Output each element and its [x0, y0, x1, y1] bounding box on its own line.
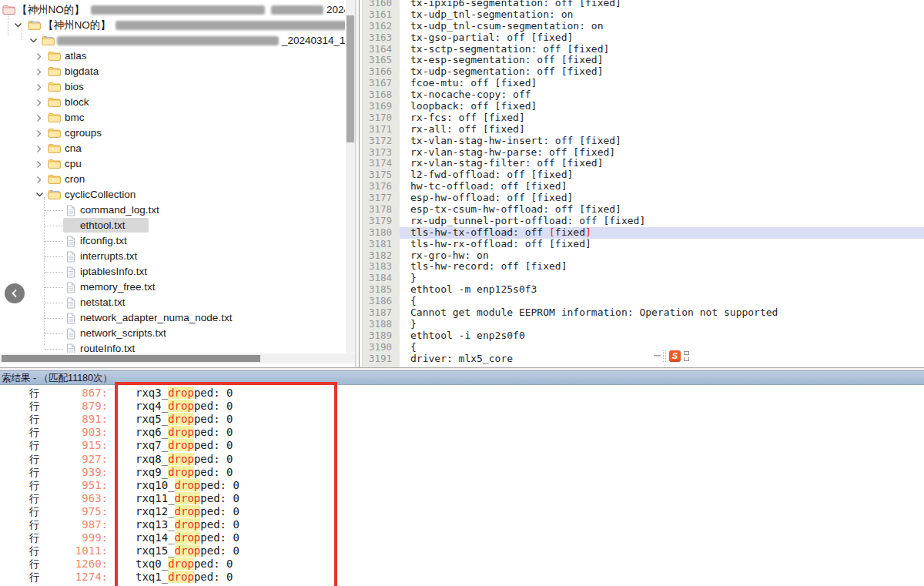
tree-item-cron[interactable]: cron: [0, 172, 345, 187]
tree-item-routeinfo.txt[interactable]: routeInfo.txt: [0, 341, 345, 353]
collapse-panel-button[interactable]: [5, 283, 25, 303]
code-line-3188: 3188}: [362, 319, 924, 330]
search-result-row[interactable]: 行999:rxq14_dropped: 0: [0, 531, 924, 544]
tree-item-bmc[interactable]: bmc: [0, 110, 345, 126]
ime-mode-icon[interactable]: [684, 357, 689, 361]
line-text: fcoe-mtu: off [fixed]: [400, 78, 924, 89]
line-text: l2-fwd-offload: off [fixed]: [400, 169, 924, 181]
folder-icon: [28, 20, 41, 30]
search-match-highlight: drop: [175, 479, 201, 491]
search-result-row[interactable]: 行867:rxq3_dropped: 0: [0, 387, 924, 400]
result-text: rxq8_dropped: 0: [136, 453, 233, 466]
tree-vertical-scrollbar-thumb[interactable]: [346, 15, 354, 142]
tree-item-block[interactable]: block: [0, 95, 345, 110]
tree-item-cgroups[interactable]: cgroups: [0, 126, 345, 141]
search-result-row[interactable]: 行939:rxq9_dropped: 0: [0, 466, 924, 479]
ime-grip-handle[interactable]: [663, 350, 666, 362]
result-line-number: 975:: [43, 505, 108, 518]
result-text: txq1_dropped: 0: [136, 571, 233, 584]
tree-item-bigdata[interactable]: bigdata: [0, 64, 345, 79]
tree-item-no[interactable]: 【神州NO的】20240: [0, 2, 345, 18]
tree-item-cycliccollection[interactable]: cyclicCollection: [0, 187, 345, 203]
file-tree-panel: 【神州NO的】20240【神州NO的】_20240314_115atlasbig…: [0, 0, 355, 367]
tree-item-atlas[interactable]: atlas: [0, 49, 345, 64]
result-text: rxq5_dropped: 0: [136, 413, 233, 426]
tree-item-no[interactable]: 【神州NO的】: [0, 18, 345, 33]
result-row-label: 行: [29, 505, 40, 518]
search-result-row[interactable]: 行891:rxq5_dropped: 0: [0, 413, 924, 426]
line-number: 3188: [362, 319, 400, 330]
line-number: 3174: [362, 158, 400, 169]
tree-branch-line: [45, 226, 63, 226]
folder-icon: [42, 35, 55, 45]
code-line-3186: 3186{: [362, 296, 924, 307]
tree-item-cpu[interactable]: cpu: [0, 156, 345, 172]
result-row-label: 行: [29, 453, 40, 466]
tree-item-network_scripts.txt[interactable]: network_scripts.txt: [0, 326, 345, 341]
code-line-3190: 3190{: [362, 342, 924, 353]
tree-item-iptablesinfo.txt[interactable]: iptablesInfo.txt: [0, 264, 345, 280]
tree-branch-line: [45, 241, 63, 242]
ime-sogou-icon[interactable]: S: [669, 350, 681, 362]
result-text: rxq12_dropped: 0: [136, 505, 239, 518]
file-icon: [66, 251, 75, 263]
result-row-label: 行: [29, 439, 40, 452]
ime-keyboard-icon[interactable]: [684, 351, 689, 355]
tree-item-ethtool.txt[interactable]: ethtool.txt: [0, 218, 345, 233]
result-line-number: 879:: [43, 400, 108, 413]
search-match-highlight: drop: [175, 544, 201, 557]
search-result-row[interactable]: 行963:rxq11_dropped: 0: [0, 492, 924, 505]
line-text: tx-esp-segmentation: off [fixed]: [400, 55, 924, 66]
result-text: rxq9_dropped: 0: [136, 466, 233, 479]
result-line-number: 999:: [43, 531, 108, 544]
line-text: rx-fcs: off [fixed]: [400, 112, 924, 124]
search-result-row[interactable]: 行927:rxq8_dropped: 0: [0, 453, 924, 466]
search-result-row[interactable]: 行987:rxq13_dropped: 0: [0, 518, 924, 531]
chevron-right-icon: [35, 129, 42, 138]
code-line-3175: 3175l2-fwd-offload: off [fixed]: [362, 169, 924, 181]
line-text: tls-hw-rx-offload: off [fixed]: [400, 239, 924, 250]
code-line-3184: 3184}: [362, 273, 924, 284]
search-result-row[interactable]: 行975:rxq12_dropped: 0: [0, 505, 924, 518]
code-line-3161: 3161tx-udp_tnl-segmentation: on: [362, 9, 924, 21]
line-text: tls-hw-record: off [fixed]: [400, 261, 924, 273]
result-row-label: 行: [29, 558, 40, 571]
tree-item-interrupts.txt[interactable]: interrupts.txt: [0, 249, 345, 264]
folder-icon: [48, 174, 61, 184]
search-result-row[interactable]: 行903:rxq6_dropped: 0: [0, 426, 924, 439]
code-line-3182: 3182rx-gro-hw: on: [362, 250, 924, 262]
search-result-row[interactable]: 行1260:txq0_dropped: 0: [0, 558, 924, 571]
file-content-panel: 3160tx-ipxip6-segmentation: off [fixed]3…: [359, 0, 924, 367]
line-text: ethtool -m enp125s0f3: [400, 284, 924, 296]
result-line-number: 1274:: [43, 571, 108, 584]
ime-divider: [654, 355, 661, 357]
code-line-3171: 3171rx-all: off [fixed]: [362, 124, 924, 136]
file-icon: [66, 313, 75, 324]
line-number: 3171: [362, 124, 400, 136]
tree-item-network_adapter_numa_node.txt[interactable]: network_adapter_numa_node.txt: [0, 310, 345, 326]
folder-icon: [48, 143, 61, 153]
search-match-highlight: drop: [168, 571, 194, 583]
search-result-row[interactable]: 行879:rxq4_dropped: 0: [0, 400, 924, 413]
tree-item-ifconfig.txt[interactable]: ifconfig.txt: [0, 233, 345, 249]
tree-item-bios[interactable]: bios: [0, 79, 345, 95]
result-line-number: 903:: [43, 426, 108, 439]
line-number: 3163: [362, 32, 400, 44]
tree-item-cna[interactable]: cna: [0, 141, 345, 156]
search-result-row[interactable]: 行951:rxq10_dropped: 0: [0, 479, 924, 492]
tree-item-netstat.txt[interactable]: netstat.txt: [0, 295, 345, 310]
tree-horizontal-scrollbar-thumb[interactable]: [2, 355, 260, 362]
tree-item-memory_free.txt[interactable]: memory_free.txt: [0, 280, 345, 295]
search-result-row[interactable]: 行1011:rxq15_dropped: 0: [0, 544, 924, 558]
search-result-row[interactable]: 行915:rxq7_dropped: 0: [0, 439, 924, 452]
search-result-row[interactable]: 行1274:txq1_dropped: 0: [0, 571, 924, 584]
tree-item-redacted[interactable]: _20240314_115: [0, 33, 345, 49]
folder-icon: [48, 82, 61, 92]
chevron-right-icon: [35, 160, 42, 169]
line-number: 3189: [362, 330, 400, 342]
line-text: ethtool -i enp2s0f0: [400, 330, 924, 342]
result-row-label: 行: [29, 544, 40, 558]
code-line-3180[interactable]: 3180tls-hw-tx-offload: off [fixed]: [362, 227, 924, 239]
tree-item-command_log.txt[interactable]: command_log.txt: [0, 203, 345, 218]
chevron-right-icon: [35, 68, 42, 76]
